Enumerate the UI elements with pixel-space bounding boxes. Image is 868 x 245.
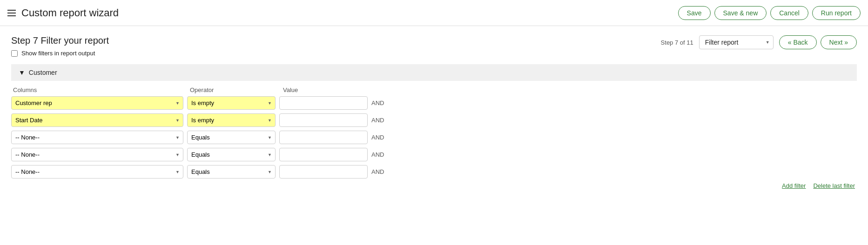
value-input-3[interactable]	[279, 148, 368, 161]
operator-select-4[interactable]: Equals	[187, 165, 276, 179]
col-header-columns: Columns	[11, 86, 188, 93]
show-filters-label: Show filters in report output	[21, 50, 95, 57]
main-content: Step 7 Filter your report Show filters i…	[0, 26, 868, 199]
value-input-1[interactable]	[279, 113, 368, 127]
column-select-wrapper-3: -- None--	[11, 148, 183, 161]
show-filters-checkbox[interactable]	[11, 50, 18, 57]
column-select-4[interactable]: -- None--	[11, 165, 183, 179]
col-header-value: Value	[281, 86, 374, 93]
add-filter-button[interactable]: Add filter	[782, 182, 806, 189]
save-new-button[interactable]: Save & new	[714, 6, 767, 20]
customer-section-header[interactable]: ▼ Customer	[11, 64, 857, 81]
filter-actions: Add filter Delete last filter	[11, 182, 857, 189]
back-button[interactable]: « Back	[779, 35, 817, 49]
step-nav-buttons: « Back Next »	[779, 35, 857, 49]
operator-select-2[interactable]: Equals	[187, 131, 276, 144]
column-select-1[interactable]: Start Date	[11, 113, 183, 127]
step-select[interactable]: Filter report	[699, 35, 774, 49]
section-label: Customer	[29, 69, 57, 76]
table-row: -- None--EqualsAND	[11, 148, 857, 161]
show-filters-row: Show filters in report output	[11, 50, 109, 57]
column-select-wrapper-4: -- None--	[11, 165, 183, 179]
filter-col-headers: Columns Operator Value	[11, 86, 857, 96]
operator-select-wrapper-2: Equals	[187, 131, 276, 144]
step-nav: Step 7 of 11 Filter report « Back Next »	[661, 35, 857, 49]
step-select-wrapper: Filter report	[699, 35, 774, 49]
column-select-wrapper-2: -- None--	[11, 131, 183, 144]
table-row: -- None--EqualsAND	[11, 165, 857, 179]
header: Custom report wizard Save Save & new Can…	[0, 0, 868, 26]
col-header-operator: Operator	[188, 86, 281, 93]
conjunction-label-3: AND	[371, 151, 388, 158]
value-input-4[interactable]	[279, 165, 368, 179]
column-select-2[interactable]: -- None--	[11, 131, 183, 144]
step-header: Step 7 Filter your report Show filters i…	[11, 35, 857, 57]
conjunction-label-2: AND	[371, 134, 388, 141]
value-input-2[interactable]	[279, 131, 368, 144]
step-title: Step 7 Filter your report	[11, 35, 109, 46]
conjunction-label-4: AND	[371, 168, 388, 175]
step-info: Step 7 of 11	[661, 39, 693, 46]
section-collapse-icon: ▼	[19, 69, 25, 76]
column-select-3[interactable]: -- None--	[11, 148, 183, 161]
operator-select-wrapper-0: Is empty	[187, 96, 276, 110]
header-left: Custom report wizard	[7, 7, 119, 19]
header-actions: Save Save & new Cancel Run report	[678, 6, 861, 20]
conjunction-label-1: AND	[371, 117, 388, 124]
save-button[interactable]: Save	[678, 6, 711, 20]
step-title-area: Step 7 Filter your report Show filters i…	[11, 35, 109, 57]
filter-table: Columns Operator Value Customer repIs em…	[11, 86, 857, 189]
value-input-0[interactable]	[279, 96, 368, 110]
filter-rows-container: Customer repIs emptyANDStart DateIs empt…	[11, 96, 857, 179]
column-select-wrapper-1: Start Date	[11, 113, 183, 127]
run-report-button[interactable]: Run report	[812, 6, 861, 20]
conjunction-label-0: AND	[371, 99, 388, 106]
column-select-wrapper-0: Customer rep	[11, 96, 183, 110]
operator-select-1[interactable]: Is empty	[187, 113, 276, 127]
operator-select-0[interactable]: Is empty	[187, 96, 276, 110]
cancel-button[interactable]: Cancel	[770, 6, 808, 20]
delete-last-filter-button[interactable]: Delete last filter	[813, 182, 855, 189]
column-select-0[interactable]: Customer rep	[11, 96, 183, 110]
operator-select-3[interactable]: Equals	[187, 148, 276, 161]
table-row: -- None--EqualsAND	[11, 131, 857, 144]
operator-select-wrapper-1: Is empty	[187, 113, 276, 127]
hamburger-icon[interactable]	[7, 10, 16, 16]
table-row: Start DateIs emptyAND	[11, 113, 857, 127]
operator-select-wrapper-3: Equals	[187, 148, 276, 161]
page-title: Custom report wizard	[21, 7, 119, 19]
next-button[interactable]: Next »	[821, 35, 857, 49]
operator-select-wrapper-4: Equals	[187, 165, 276, 179]
table-row: Customer repIs emptyAND	[11, 96, 857, 110]
